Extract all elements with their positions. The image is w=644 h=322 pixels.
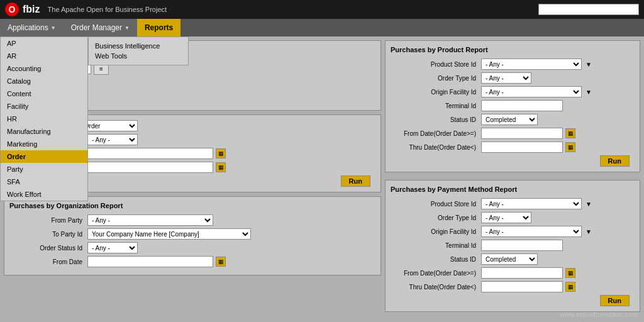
reports-label: Reports bbox=[145, 23, 173, 32]
om-arrow: ▼ bbox=[125, 25, 130, 31]
r2-order-type-label: Order Type Id bbox=[391, 214, 479, 221]
right-panel: Purchases by Product Report Product Stor… bbox=[385, 36, 644, 322]
header-search-input[interactable] bbox=[538, 4, 639, 15]
org-report-box: Purchases by Organization Report From Pa… bbox=[4, 196, 381, 275]
r2-product-store-select[interactable]: - Any - bbox=[481, 198, 582, 209]
org-order-status-row: Order Status Id - Any - bbox=[9, 242, 375, 253]
from-party-row: From Party - Any - bbox=[9, 214, 375, 226]
dd-accounting[interactable]: Accounting bbox=[1, 62, 87, 75]
org-from-date-row: From Date ▦ bbox=[9, 256, 375, 267]
thru-date-input[interactable] bbox=[87, 162, 213, 173]
dd-catalog[interactable]: Catalog bbox=[1, 75, 87, 87]
r1-product-store-arrow: ▼ bbox=[586, 61, 592, 68]
reports-menu-btn[interactable]: Reports bbox=[137, 19, 180, 36]
r1-terminal-row: Terminal Id bbox=[391, 100, 635, 111]
r2-calendar-thru[interactable]: ▦ bbox=[565, 282, 575, 292]
dd-web-tools[interactable]: Web Tools bbox=[89, 51, 188, 61]
r2-thru-date-label: Thru Date(Order Date<) bbox=[391, 284, 479, 291]
r1-terminal-label: Terminal Id bbox=[391, 103, 479, 109]
org-from-date-input[interactable] bbox=[87, 256, 213, 267]
r1-from-date-label: From Date(Order Date>=) bbox=[391, 130, 479, 137]
run-button-r2[interactable]: Run bbox=[600, 295, 630, 306]
dd-ap[interactable]: AP bbox=[1, 37, 87, 50]
org-order-status-label: Order Status Id bbox=[9, 245, 85, 252]
order-manager-label: Order Manager bbox=[71, 23, 122, 32]
r1-origin-row: Origin Facility Id - Any - ▼ bbox=[391, 86, 635, 97]
r2-status-row: Status ID Completed bbox=[391, 253, 635, 265]
r2-order-type-row: Order Type Id - Any - bbox=[391, 212, 635, 223]
run-row-r1: Run bbox=[391, 155, 635, 167]
r1-product-store-row: Product Store Id - Any - ▼ bbox=[391, 58, 635, 70]
header: O fbiz The Apache Open for Business Proj… bbox=[0, 0, 644, 19]
calendar-icon-org-from[interactable]: ▦ bbox=[216, 257, 226, 267]
from-party-select[interactable]: - Any - bbox=[87, 214, 213, 226]
logo-icon: O bbox=[5, 3, 19, 16]
r2-origin-row: Origin Facility Id - Any - ▼ bbox=[391, 226, 635, 237]
dd-manufacturing[interactable]: Manufacturing bbox=[1, 125, 87, 138]
r1-thru-date-input[interactable] bbox=[481, 142, 563, 153]
dd-hr[interactable]: HR bbox=[1, 113, 87, 125]
org-from-date-label: From Date bbox=[9, 258, 85, 265]
r1-origin-select[interactable]: - Any - bbox=[481, 86, 582, 97]
run-row-r2: Run bbox=[391, 295, 635, 306]
order-manager-menu-btn[interactable]: Order Manager ▼ bbox=[64, 19, 137, 36]
r2-order-type-select[interactable]: - Any - bbox=[481, 212, 531, 223]
to-party-label: To Party Id bbox=[9, 231, 85, 238]
dd-content[interactable]: Content bbox=[1, 87, 87, 100]
r2-status-label: Status ID bbox=[391, 256, 479, 263]
logo: O fbiz The Apache Open for Business Proj… bbox=[5, 3, 167, 16]
r1-calendar-thru[interactable]: ▦ bbox=[565, 142, 575, 152]
calendar-icon-thru[interactable]: ▦ bbox=[216, 162, 226, 172]
apps-dropdown: AP AR Accounting Catalog Content Facilit… bbox=[0, 36, 88, 201]
navbar: Applications ▼ Order Manager ▼ Reports A… bbox=[0, 19, 644, 36]
payment-report-title: Purchases by Payment Method Report bbox=[391, 186, 635, 193]
r1-origin-label: Origin Facility Id bbox=[391, 89, 479, 96]
watermark: www.erp-information.com bbox=[560, 311, 638, 318]
dd-business-intelligence[interactable]: Business Intelligence bbox=[89, 41, 188, 51]
r1-from-date-row: From Date(Order Date>=) ▦ bbox=[391, 128, 635, 139]
r2-thru-date-row: Thru Date(Order Date<) ▦ bbox=[391, 281, 635, 292]
r1-order-type-row: Order Type Id - Any - bbox=[391, 72, 635, 84]
om-dropdown: Business Intelligence Web Tools bbox=[88, 36, 189, 65]
org-report-title: Purchases by Organization Report bbox=[9, 202, 375, 209]
header-tagline: The Apache Open for Business Project bbox=[48, 6, 167, 13]
applications-menu-btn[interactable]: Applications ▼ bbox=[0, 19, 64, 36]
r2-terminal-input[interactable] bbox=[481, 240, 563, 251]
r1-from-date-input[interactable] bbox=[481, 128, 563, 139]
org-order-status-select[interactable]: - Any - bbox=[87, 242, 138, 253]
r2-origin-label: Origin Facility Id bbox=[391, 228, 479, 235]
dd-facility[interactable]: Facility bbox=[1, 100, 87, 113]
r1-terminal-input[interactable] bbox=[481, 100, 563, 111]
order-status-select[interactable]: - Any - bbox=[87, 134, 138, 145]
run-button-r1[interactable]: Run bbox=[600, 155, 630, 167]
r2-from-date-label: From Date(Order Date>=) bbox=[391, 270, 479, 277]
r1-product-store-select[interactable]: - Any - bbox=[481, 58, 582, 70]
r2-origin-select[interactable]: - Any - bbox=[481, 226, 582, 237]
r2-origin-arrow: ▼ bbox=[586, 228, 592, 235]
r2-terminal-label: Terminal Id bbox=[391, 242, 479, 249]
dd-marketing[interactable]: Marketing bbox=[1, 138, 87, 150]
r1-origin-arrow: ▼ bbox=[586, 89, 592, 96]
r2-thru-date-input[interactable] bbox=[481, 281, 563, 292]
run-button-1[interactable]: Run bbox=[341, 175, 370, 187]
to-party-select[interactable]: Your Company Name Here [Company] bbox=[87, 228, 251, 240]
r1-thru-date-label: Thru Date(Order Date<) bbox=[391, 144, 479, 151]
calendar-icon-from[interactable]: ▦ bbox=[216, 148, 226, 158]
dd-order[interactable]: Order bbox=[1, 150, 87, 163]
dd-party[interactable]: Party bbox=[1, 163, 87, 175]
r2-status-select[interactable]: Completed bbox=[481, 253, 538, 265]
r1-calendar-from[interactable]: ▦ bbox=[565, 128, 575, 138]
r2-from-date-input[interactable] bbox=[481, 267, 563, 279]
r1-order-type-label: Order Type Id bbox=[391, 75, 479, 82]
r1-status-select[interactable]: Completed bbox=[481, 114, 538, 125]
from-date-input[interactable] bbox=[87, 148, 213, 159]
r2-calendar-from[interactable]: ▦ bbox=[565, 268, 575, 278]
dd-ar[interactable]: AR bbox=[1, 50, 87, 62]
product-report-title: Purchases by Product Report bbox=[391, 46, 635, 53]
dd-sfa[interactable]: SFA bbox=[1, 175, 87, 188]
r1-order-type-select[interactable]: - Any - bbox=[481, 72, 531, 84]
r2-from-date-row: From Date(Order Date>=) ▦ bbox=[391, 267, 635, 279]
r2-product-store-row: Product Store Id - Any - ▼ bbox=[391, 198, 635, 209]
dd-work-effort[interactable]: Work Effort bbox=[1, 188, 87, 201]
r2-product-store-arrow: ▼ bbox=[586, 201, 592, 208]
